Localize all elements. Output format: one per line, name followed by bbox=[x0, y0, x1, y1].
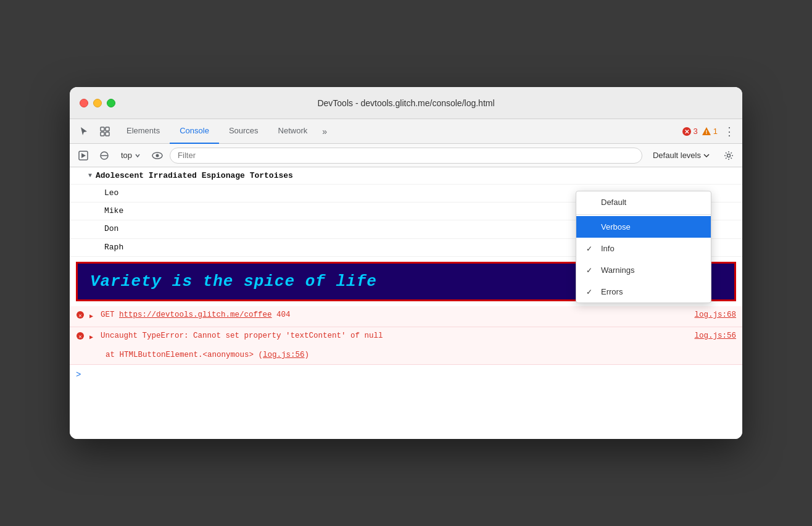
error-badge: ✕ 3 bbox=[682, 127, 698, 136]
console-cursor[interactable]: > bbox=[70, 365, 742, 385]
devtools-menu-icon[interactable]: ⋮ bbox=[721, 125, 737, 138]
console-toolbar: top Default levels bbox=[70, 144, 742, 167]
traffic-lights bbox=[80, 99, 115, 107]
titlebar: DevTools - devtools.glitch.me/console/lo… bbox=[70, 87, 742, 119]
svg-point-12 bbox=[156, 154, 159, 157]
levels-chevron-icon bbox=[703, 153, 710, 158]
default-levels-button[interactable]: Default levels bbox=[646, 148, 716, 163]
dropdown-item-warnings[interactable]: ✓ Warnings bbox=[576, 259, 711, 281]
svg-rect-1 bbox=[106, 127, 109, 131]
error-row-2: ✕ ▶ Uncaught TypeError: Cannot set prope… bbox=[70, 327, 742, 365]
devtools-tabs: Elements Console Sources Network » ✕ 3 bbox=[70, 119, 742, 144]
levels-dropdown: Default Verbose ✓ Info ✓ Warnings ✓ Erro… bbox=[576, 191, 711, 303]
inspect-icon[interactable] bbox=[96, 122, 114, 141]
settings-icon[interactable] bbox=[720, 147, 737, 164]
check-warnings: ✓ bbox=[586, 266, 596, 275]
svg-point-13 bbox=[727, 154, 731, 157]
error-source-link-1[interactable]: log.js:68 bbox=[694, 309, 736, 321]
check-errors: ✓ bbox=[586, 288, 596, 296]
error-circle-icon: ✕ bbox=[682, 127, 692, 136]
error-circle-icon-2: ✕ bbox=[76, 332, 85, 344]
error-url-1[interactable]: https://devtools.glitch.me/coffee bbox=[119, 311, 272, 319]
maximize-button[interactable] bbox=[107, 99, 115, 107]
execute-icon[interactable] bbox=[75, 147, 92, 164]
tab-elements[interactable]: Elements bbox=[117, 119, 170, 144]
error-source-link-2[interactable]: log.js:56 bbox=[694, 330, 736, 342]
console-content: ▼ Adolescent Irradiated Espionage Tortoi… bbox=[70, 167, 742, 439]
svg-text:✕: ✕ bbox=[684, 128, 689, 135]
dropdown-item-errors[interactable]: ✓ Errors bbox=[576, 281, 711, 303]
svg-text:!: ! bbox=[705, 129, 707, 135]
warning-badge: ! 1 bbox=[702, 127, 718, 136]
context-selector[interactable]: top bbox=[117, 149, 145, 162]
tab-sources[interactable]: Sources bbox=[219, 119, 268, 144]
check-info: ✓ bbox=[586, 244, 596, 253]
error-trace-link[interactable]: log.js:56 bbox=[263, 351, 305, 359]
minimize-button[interactable] bbox=[93, 99, 102, 107]
filter-input[interactable] bbox=[170, 148, 642, 164]
group-arrow-icon: ▼ bbox=[88, 172, 92, 179]
warning-triangle-icon: ! bbox=[702, 127, 711, 136]
svg-text:✕: ✕ bbox=[78, 334, 81, 340]
tab-console[interactable]: Console bbox=[170, 119, 219, 144]
error-row-1: ✕ ▶ GET https://devtools.glitch.me/coffe… bbox=[70, 306, 742, 327]
group-header[interactable]: ▼ Adolescent Irradiated Espionage Tortoi… bbox=[70, 167, 742, 185]
error-message-2: Uncaught TypeError: Cannot set property … bbox=[101, 330, 689, 342]
chevron-down-icon bbox=[135, 152, 141, 159]
error-circle-icon-1: ✕ bbox=[76, 311, 85, 324]
dropdown-item-default[interactable]: Default bbox=[576, 191, 711, 213]
expand-arrow-icon-2[interactable]: ▶ bbox=[89, 333, 96, 339]
eye-icon[interactable] bbox=[149, 147, 166, 164]
tabs-right-controls: ✕ 3 ! 1 ⋮ bbox=[682, 125, 737, 138]
cursor-icon[interactable] bbox=[75, 122, 93, 141]
svg-rect-3 bbox=[106, 132, 109, 136]
svg-text:✕: ✕ bbox=[78, 313, 81, 319]
error-trace: at HTMLButtonElement.<anonymous> (log.js… bbox=[76, 349, 309, 361]
more-tabs-button[interactable]: » bbox=[317, 127, 332, 136]
svg-marker-8 bbox=[81, 153, 86, 158]
window-title: DevTools - devtools.glitch.me/console/lo… bbox=[317, 98, 494, 108]
error-message-1: GET https://devtools.glitch.me/coffee 40… bbox=[101, 309, 689, 321]
devtools-window: DevTools - devtools.glitch.me/console/lo… bbox=[70, 87, 742, 439]
expand-arrow-icon-1[interactable]: ▶ bbox=[89, 312, 96, 318]
dropdown-divider bbox=[576, 214, 711, 215]
clear-icon[interactable] bbox=[96, 147, 113, 164]
tab-network[interactable]: Network bbox=[268, 119, 318, 144]
close-button[interactable] bbox=[80, 99, 88, 107]
svg-rect-0 bbox=[101, 127, 104, 131]
dropdown-item-verbose[interactable]: Verbose bbox=[576, 216, 711, 238]
dropdown-item-info[interactable]: ✓ Info bbox=[576, 238, 711, 259]
svg-rect-2 bbox=[101, 132, 104, 136]
